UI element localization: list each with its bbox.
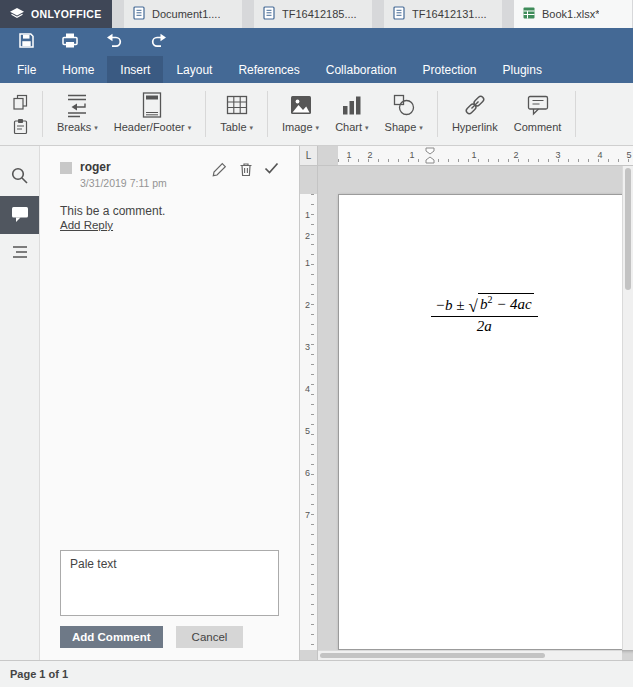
edit-comment-button[interactable] bbox=[212, 162, 227, 177]
tab-file[interactable]: File bbox=[4, 56, 49, 83]
quick-access-toolbar bbox=[0, 28, 633, 56]
undo-button[interactable] bbox=[104, 32, 124, 52]
chart-button[interactable]: Chart▾ bbox=[327, 83, 376, 145]
equation-object[interactable]: −b ± √ b2 − 4ac 2a bbox=[431, 293, 538, 335]
comments-panel-spacer bbox=[60, 232, 279, 550]
ruler-number: 6 bbox=[305, 468, 310, 478]
search-button[interactable] bbox=[0, 158, 39, 196]
horizontal-scrollbar-thumb[interactable] bbox=[320, 653, 545, 658]
tab-references[interactable]: References bbox=[225, 56, 312, 83]
tab-plugins[interactable]: Plugins bbox=[490, 56, 555, 83]
tab-label: Document1.... bbox=[152, 8, 220, 20]
avatar bbox=[60, 162, 72, 174]
shape-button[interactable]: Shape▾ bbox=[377, 83, 431, 145]
onlyoffice-brand-tab[interactable]: ONLYOFFICE bbox=[0, 0, 112, 28]
navigation-button[interactable] bbox=[0, 234, 39, 272]
image-icon bbox=[288, 90, 314, 119]
navigation-icon bbox=[11, 244, 29, 263]
shape-icon bbox=[391, 90, 417, 119]
cancel-button[interactable]: Cancel bbox=[176, 626, 244, 648]
comments-panel-button[interactable] bbox=[0, 196, 39, 234]
chevron-down-icon: ▾ bbox=[188, 124, 192, 131]
comment-card: roger 3/31/2019 7:11 pm bbox=[60, 160, 279, 232]
ruler-number: 1 bbox=[346, 150, 351, 160]
ribbon-separator bbox=[575, 91, 576, 137]
vertical-scrollbar-thumb[interactable] bbox=[625, 168, 631, 290]
ribbon-separator bbox=[205, 91, 206, 137]
spreadsheet-file-icon bbox=[522, 6, 536, 23]
add-comment-button[interactable]: Add Comment bbox=[60, 626, 163, 648]
horizontal-scrollbar[interactable] bbox=[318, 650, 622, 660]
tab-label: TF16412185.... bbox=[282, 8, 357, 20]
tab-tf16412185[interactable]: TF16412185.... bbox=[254, 0, 372, 28]
comment-author: roger bbox=[80, 160, 167, 174]
radical-sign: √ bbox=[469, 298, 478, 315]
header-footer-label: Header/Footer bbox=[114, 121, 185, 133]
redo-button[interactable] bbox=[148, 32, 168, 52]
document-file-icon bbox=[132, 6, 146, 23]
hyperlink-button[interactable]: Hyperlink bbox=[444, 83, 506, 145]
image-button[interactable]: Image▾ bbox=[274, 83, 327, 145]
paste-button[interactable] bbox=[11, 118, 29, 135]
vertical-ruler[interactable]: 1 2 1 2 3 4 5 6 7 bbox=[300, 166, 318, 660]
comment-author-block: roger 3/31/2019 7:11 pm bbox=[80, 160, 167, 189]
ruler-number: 2 bbox=[305, 300, 310, 310]
print-button[interactable] bbox=[60, 32, 80, 52]
breaks-button[interactable]: Breaks▾ bbox=[49, 83, 106, 145]
window-tab-bar: ONLYOFFICE Document1.... TF16412185.... … bbox=[0, 0, 633, 28]
chevron-down-icon: ▾ bbox=[250, 124, 254, 131]
ruler-page-region bbox=[338, 146, 633, 165]
brand-label: ONLYOFFICE bbox=[31, 8, 102, 20]
tab-tf16412131[interactable]: TF16412131.... bbox=[384, 0, 502, 28]
copy-button[interactable] bbox=[11, 94, 29, 111]
fraction-numerator: −b ± √ b2 − 4ac bbox=[431, 293, 538, 317]
tab-protection[interactable]: Protection bbox=[410, 56, 490, 83]
comment-text: This be a comment. bbox=[60, 204, 279, 218]
tab-home[interactable]: Home bbox=[49, 56, 107, 83]
redo-icon bbox=[149, 33, 168, 51]
pencil-icon bbox=[212, 165, 227, 180]
chevron-down-icon: ▾ bbox=[365, 124, 369, 131]
fraction: −b ± √ b2 − 4ac 2a bbox=[431, 293, 538, 335]
radicand-exponent: 2 bbox=[487, 294, 492, 305]
undo-icon bbox=[105, 33, 124, 51]
document-file-icon bbox=[392, 6, 406, 23]
square-root: √ b2 − 4ac bbox=[469, 293, 534, 313]
ruler-number: 1 bbox=[305, 258, 310, 268]
table-button[interactable]: Table▾ bbox=[212, 83, 261, 145]
header-footer-button[interactable]: Header/Footer▾ bbox=[106, 83, 199, 145]
first-line-indent-marker[interactable] bbox=[425, 147, 435, 155]
tab-book1[interactable]: Book1.xlsx* bbox=[514, 0, 632, 28]
save-button[interactable] bbox=[16, 32, 36, 52]
ruler-number: 5 bbox=[626, 150, 631, 160]
vertical-scrollbar[interactable] bbox=[622, 166, 633, 650]
document-area: L 1 2 1 1 2 3 4 5 1 2 1 2 bbox=[300, 146, 633, 660]
resolve-comment-button[interactable] bbox=[264, 162, 279, 177]
hyperlink-icon bbox=[461, 90, 489, 119]
chevron-down-icon: ▾ bbox=[316, 124, 320, 131]
comment-button[interactable]: Comment bbox=[506, 83, 570, 145]
ruler-number: 2 bbox=[513, 150, 518, 160]
document-page[interactable]: −b ± √ b2 − 4ac 2a bbox=[338, 194, 633, 650]
chart-icon bbox=[339, 90, 365, 119]
chevron-down-icon: ▾ bbox=[94, 124, 98, 131]
ribbon-insert-panel: Breaks▾ Header/Footer▾ Table▾ Image▾ Cha… bbox=[0, 83, 633, 146]
tab-document1[interactable]: Document1.... bbox=[124, 0, 242, 28]
tab-layout[interactable]: Layout bbox=[163, 56, 225, 83]
document-canvas: −b ± √ b2 − 4ac 2a bbox=[318, 166, 633, 660]
ruler-number: 3 bbox=[305, 342, 310, 352]
horizontal-ruler[interactable]: 1 2 1 1 2 3 4 5 bbox=[318, 146, 633, 166]
left-indent-marker[interactable] bbox=[425, 156, 435, 164]
delete-comment-button[interactable] bbox=[238, 162, 253, 177]
new-comment-input[interactable]: Pale text bbox=[60, 550, 279, 616]
comment-timestamp: 3/31/2019 7:11 pm bbox=[80, 177, 167, 189]
ruler-number: 1 bbox=[409, 150, 414, 160]
tab-label: Book1.xlsx* bbox=[542, 8, 599, 20]
add-reply-link[interactable]: Add Reply bbox=[60, 219, 113, 231]
tab-insert[interactable]: Insert bbox=[107, 56, 163, 83]
ruler-number: 3 bbox=[555, 150, 560, 160]
tab-collaboration[interactable]: Collaboration bbox=[313, 56, 410, 83]
comment-actions bbox=[212, 160, 279, 177]
hyperlink-label: Hyperlink bbox=[452, 121, 498, 133]
tab-stop-selector[interactable]: L bbox=[300, 146, 318, 166]
